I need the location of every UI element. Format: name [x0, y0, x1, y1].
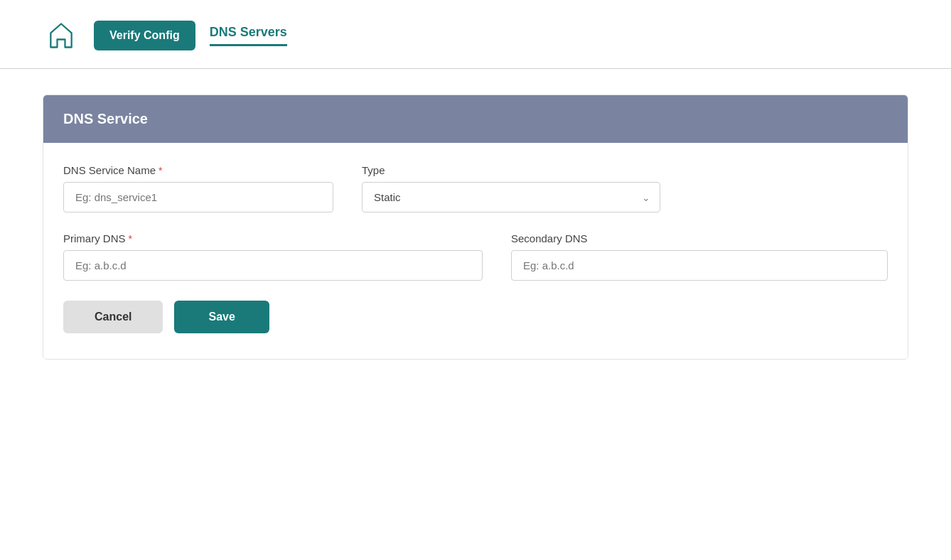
dns-servers-tab[interactable]: DNS Servers: [210, 25, 287, 46]
dns-service-card: DNS Service DNS Service Name * Type: [43, 95, 908, 360]
dns-service-name-label: DNS Service Name *: [63, 164, 333, 176]
secondary-dns-input[interactable]: [511, 250, 888, 281]
dns-service-card-body: DNS Service Name * Type Static Dynamic D…: [43, 143, 908, 359]
action-buttons: Cancel Save: [63, 301, 888, 333]
primary-dns-input[interactable]: [63, 250, 483, 281]
form-row-1: DNS Service Name * Type Static Dynamic D…: [63, 164, 888, 212]
main-content: DNS Service DNS Service Name * Type: [0, 69, 951, 385]
secondary-dns-label: Secondary DNS: [511, 232, 888, 244]
save-button[interactable]: Save: [174, 301, 269, 333]
dns-service-name-group: DNS Service Name *: [63, 164, 333, 212]
dns-service-card-header: DNS Service: [43, 95, 908, 143]
form-row-2: Primary DNS * Secondary DNS: [63, 232, 888, 281]
verify-config-button[interactable]: Verify Config: [94, 21, 195, 50]
cancel-button[interactable]: Cancel: [63, 301, 163, 333]
required-star-name: *: [158, 165, 162, 176]
home-icon[interactable]: [43, 17, 80, 54]
app-header: Verify Config DNS Servers: [0, 0, 951, 54]
dns-service-title: DNS Service: [63, 111, 148, 126]
secondary-dns-group: Secondary DNS: [511, 232, 888, 281]
primary-dns-group: Primary DNS *: [63, 232, 483, 281]
primary-dns-label: Primary DNS *: [63, 232, 483, 244]
dns-service-name-input[interactable]: [63, 182, 333, 212]
type-select-wrapper: Static Dynamic DHCP ⌄: [362, 182, 660, 212]
type-group: Type Static Dynamic DHCP ⌄: [362, 164, 660, 212]
type-label: Type: [362, 164, 660, 176]
type-select[interactable]: Static Dynamic DHCP: [362, 182, 660, 212]
required-star-primary: *: [129, 233, 132, 244]
